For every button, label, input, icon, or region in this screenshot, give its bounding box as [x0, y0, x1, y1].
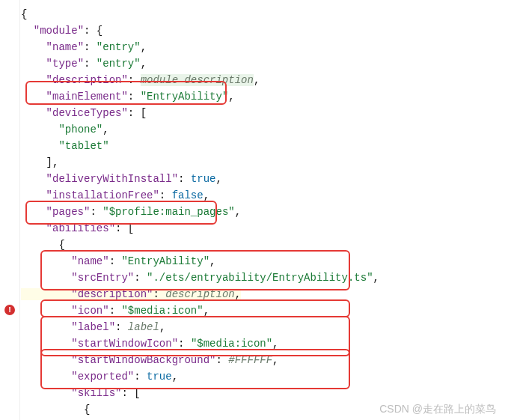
code-line: "startWindowIcon": "$media:icon", [21, 335, 505, 352]
code-line: "icon": "$media:icon", [21, 302, 505, 319]
code-line: { [21, 6, 505, 22]
code-line: "deviceTypes": [ [21, 105, 505, 121]
code-line: "mainElement": "EntryAbility", [21, 88, 505, 105]
code-line: ], [21, 154, 505, 171]
code-line: "startWindowBackground": #FFFFFF, [21, 352, 505, 368]
code-line: "srcEntry": "./ets/entryability/EntryAbi… [21, 270, 505, 286]
code-line: "description": module description, [21, 72, 505, 88]
code-line: "type": "entry", [21, 55, 505, 72]
code-block: { "module": { "name": "entry", "type": "… [21, 6, 505, 418]
code-line: "pages": "$profile:main_pages", [21, 204, 505, 220]
code-line: "phone", [21, 121, 505, 138]
code-line: "installationFree": false, [21, 187, 505, 204]
code-line: "deliveryWithInstall": true, [21, 171, 505, 187]
gutter: ! [0, 0, 20, 420]
code-line: "skills": [ [21, 385, 505, 401]
code-line: "module": { [21, 22, 505, 39]
code-line: "name": "entry", [21, 39, 505, 55]
code-line: "name": "EntryAbility", [21, 253, 505, 270]
code-line: "label": label, [21, 319, 505, 335]
error-icon: ! [4, 305, 15, 315]
code-line: "exported": true, [21, 368, 505, 385]
code-line: "abilities": [ [21, 220, 505, 237]
watermark: CSDN @走在路上的菜鸟 [379, 401, 496, 417]
code-line: { [21, 237, 505, 253]
code-line: "description": description, [21, 286, 505, 302]
code-line: "tablet" [21, 138, 505, 154]
